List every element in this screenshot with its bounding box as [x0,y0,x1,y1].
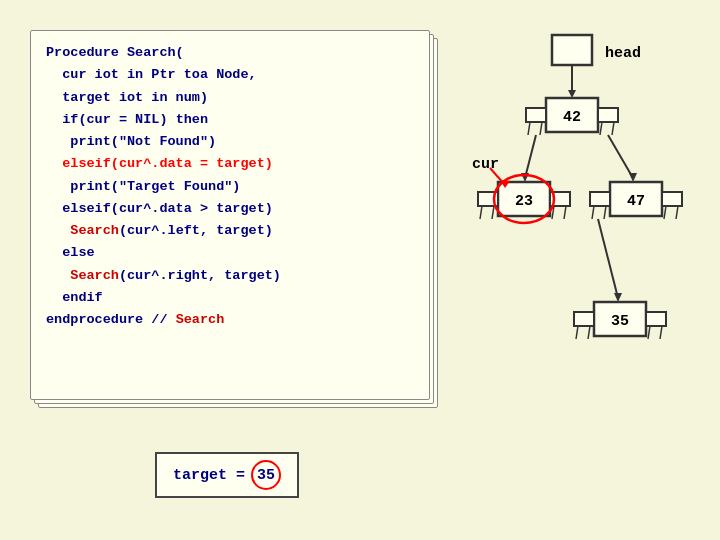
svg-rect-15 [478,192,498,206]
tree-svg: 42 23 47 35 head cur [470,20,700,480]
svg-rect-30 [594,302,646,336]
svg-rect-32 [646,312,666,326]
svg-point-41 [494,175,554,223]
svg-line-36 [660,326,662,339]
target-box: target = 35 [155,452,299,498]
code-line-12: endprocedure // Search [46,309,414,331]
svg-line-17 [480,206,482,219]
svg-marker-43 [500,180,510,188]
svg-line-20 [564,206,566,219]
svg-line-18 [492,206,494,219]
target-value: 35 [251,460,281,490]
svg-line-28 [598,219,618,298]
code-block: Procedure Search( cur iot in Ptr toa Nod… [30,30,430,343]
svg-rect-5 [598,108,618,122]
svg-line-34 [588,326,590,339]
code-line-11: endif [46,287,414,309]
svg-line-24 [592,206,594,219]
svg-rect-31 [574,312,594,326]
svg-text:47: 47 [627,193,645,210]
target-label: target = [173,467,245,484]
code-line-6: print("Target Found") [46,176,414,198]
svg-text:23: 23 [515,193,533,210]
svg-rect-14 [498,182,550,216]
code-line-3: if(cur = NIL) then [46,109,414,131]
svg-line-42 [490,168,505,185]
svg-line-33 [576,326,578,339]
code-line-4: print("Not Found") [46,131,414,153]
svg-line-7 [540,122,542,135]
svg-marker-29 [614,293,622,302]
code-line-8: Search(cur^.left, target) [46,220,414,242]
svg-rect-16 [550,192,570,206]
svg-line-25 [604,206,606,219]
svg-text:35: 35 [611,313,629,330]
code-line-7: elseif(cur^.data > target) [46,198,414,220]
code-line-5: elseif(cur^.data = target) [46,153,414,175]
svg-marker-13 [629,173,637,182]
svg-line-6 [528,122,530,135]
svg-line-9 [612,122,614,135]
svg-rect-4 [526,108,546,122]
svg-line-10 [525,135,536,178]
code-line-10: Search(cur^.right, target) [46,265,414,287]
svg-marker-11 [521,173,529,182]
code-line-2: target iot in num) [46,87,414,109]
svg-line-27 [676,206,678,219]
svg-marker-2 [568,90,576,98]
svg-rect-22 [590,192,610,206]
tree-area: 42 23 47 35 head cur [470,20,700,480]
svg-line-19 [552,206,554,219]
svg-text:42: 42 [563,109,581,126]
svg-line-8 [600,122,602,135]
svg-rect-21 [610,182,662,216]
code-line-9: else [46,242,414,264]
code-line-1: cur iot in Ptr toa Node, [46,64,414,86]
svg-rect-3 [546,98,598,132]
svg-line-26 [664,206,666,219]
svg-rect-0 [552,35,592,65]
svg-rect-23 [662,192,682,206]
svg-text:head: head [605,45,641,62]
svg-line-35 [648,326,650,339]
svg-line-12 [608,135,633,178]
svg-text:cur: cur [472,156,499,173]
code-line-0: Procedure Search( [46,42,414,64]
